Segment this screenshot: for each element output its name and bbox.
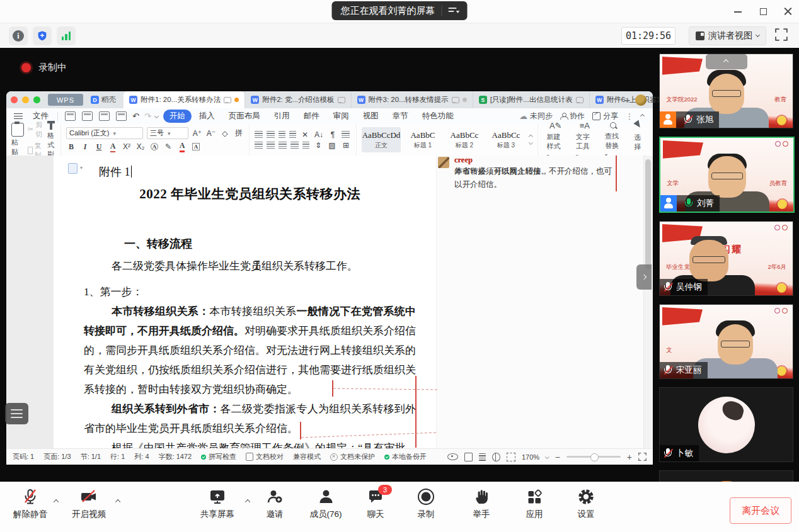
sort-icon[interactable]: A↓ <box>314 130 324 139</box>
shrink-font-icon[interactable]: A⁻ <box>206 129 216 138</box>
clear-format-icon[interactable]: ◇ <box>220 129 230 138</box>
distribute-icon[interactable] <box>302 142 309 149</box>
align-right-icon[interactable] <box>279 142 287 149</box>
participant-video-tile[interactable] <box>659 470 793 482</box>
new-style-button[interactable]: A✎ 新建样式 <box>543 121 568 159</box>
meeting-info-button[interactable]: i <box>9 26 28 45</box>
page-view-icon[interactable] <box>464 453 473 461</box>
save-icon[interactable] <box>65 111 76 121</box>
zoom-out-button[interactable]: − <box>555 454 560 460</box>
superscript-icon[interactable]: X² <box>122 142 132 151</box>
document-tab[interactable]: S [只读]附件...出信息统计表 <box>473 91 589 108</box>
chevron-down-icon[interactable] <box>154 114 159 118</box>
style-chip[interactable]: AaBbCc 标题 2 <box>445 127 484 152</box>
status-item[interactable]: 兼容模式 <box>293 452 321 461</box>
bold-icon[interactable]: B <box>66 142 76 152</box>
annotation-panel-toggle[interactable] <box>5 403 28 424</box>
maximize-button[interactable] <box>759 7 767 16</box>
banner-menu-icon[interactable] <box>449 6 461 16</box>
document-scrollbar[interactable] <box>643 156 653 448</box>
unmute-button[interactable]: 解除静音 <box>13 487 47 520</box>
document-paragraph[interactable]: 根据《中国共产党党员教育管理工作条例》的规定：“具有审批 <box>84 438 416 448</box>
menu-item[interactable]: 页面布局 <box>222 110 267 123</box>
borders-icon[interactable]: ⊞ <box>341 141 351 150</box>
network-quality-button[interactable] <box>57 26 76 45</box>
share-screen-button[interactable]: 共享屏幕 <box>200 487 234 520</box>
wps-home-button[interactable]: WPS <box>48 94 83 106</box>
columns-icon[interactable] <box>342 131 350 138</box>
leave-meeting-button[interactable]: 离开会议 <box>730 497 791 524</box>
zoom-slider[interactable] <box>566 456 621 458</box>
highlight-icon[interactable]: ✎ <box>163 142 173 151</box>
traffic-minimize-icon[interactable] <box>22 96 29 103</box>
format-painter-button[interactable]: 格式刷 <box>47 121 55 159</box>
minimize-button[interactable] <box>733 7 742 16</box>
zoom-in-button[interactable]: + <box>627 454 632 460</box>
style-chip[interactable]: AaBbC 标题 1 <box>403 127 442 152</box>
grow-font-icon[interactable]: A⁺ <box>192 129 202 138</box>
document-paragraph[interactable]: 组织关系转到外省市：各二级党委指派专人为组织关系转移到外省市的毕业生党员开具纸质… <box>84 399 416 438</box>
traffic-close-icon[interactable] <box>11 96 18 103</box>
invite-button[interactable]: 邀请 <box>266 487 284 520</box>
styles-scroll-up-icon[interactable] <box>529 135 532 139</box>
status-item[interactable]: 页面: 1/3 <box>43 452 71 461</box>
chat-button[interactable]: 3 聊天 <box>367 487 384 520</box>
strike-icon[interactable]: A <box>108 142 118 152</box>
font-size-select[interactable]: 三号 <box>147 127 188 139</box>
zoom-dropdown-icon[interactable] <box>545 455 549 458</box>
font-name-select[interactable]: Calibri (正文) <box>66 127 143 139</box>
print-icon[interactable] <box>99 111 110 121</box>
participant-video-tile[interactable]: 党徽 文学院2022 教育 <box>659 54 793 128</box>
styles-scroll-down-icon[interactable] <box>529 140 532 144</box>
settings-button[interactable]: 设置 <box>577 487 595 520</box>
share-options-caret[interactable] <box>246 495 250 506</box>
document-tab[interactable]: W 附件1: 20...关系转移办法 <box>124 91 244 108</box>
status-item[interactable]: 字数: 1472 <box>159 452 192 461</box>
close-button[interactable] <box>784 7 793 16</box>
account-avatar[interactable] <box>635 94 647 106</box>
new-tab-button[interactable]: + <box>620 94 635 105</box>
participant-video-tile[interactable]: 徽闪耀 毕业生党员教育 2年6月 <box>659 221 793 296</box>
align-center-icon[interactable] <box>267 142 275 149</box>
status-item[interactable]: 本地备份开 <box>384 452 427 461</box>
status-item[interactable]: 行: 1 <box>110 452 125 461</box>
circle-char-icon[interactable]: A <box>149 143 159 150</box>
pinyin-guide-icon[interactable]: 拼 <box>234 128 244 139</box>
status-item[interactable]: 列: 4 <box>134 452 149 461</box>
menu-item[interactable]: 引用 <box>268 110 296 123</box>
fullscreen-button[interactable] <box>775 28 790 43</box>
scrollbar-thumb[interactable] <box>645 159 651 269</box>
menu-item[interactable]: 邮件 <box>297 110 326 123</box>
video-options-caret[interactable] <box>116 495 120 506</box>
eye-protect-icon[interactable] <box>447 453 458 460</box>
style-chip[interactable]: AaBbCc 标题 3 <box>486 127 526 152</box>
sync-status[interactable]: ☁ 未同步 <box>519 111 553 122</box>
fit-page-icon[interactable] <box>507 453 515 461</box>
paragraph-mark-icon[interactable]: ¶ <box>328 130 338 139</box>
paste-button[interactable]: 粘贴 <box>11 123 24 157</box>
filmstrip-scroll-up-button[interactable] <box>706 54 747 69</box>
participant-video-tile[interactable]: 耀 文学 员教育 <box>659 137 795 213</box>
document-paragraph[interactable]: 1、第一步： <box>84 282 416 302</box>
clear-marks-icon[interactable]: ✕ <box>300 130 310 139</box>
underline-icon[interactable]: U <box>94 142 104 152</box>
status-item[interactable]: 节: 1/1 <box>81 452 101 461</box>
menu-item[interactable]: 视图 <box>357 110 385 123</box>
collapse-ribbon-icon[interactable] <box>640 114 645 118</box>
apps-button[interactable]: 应用 <box>526 487 543 520</box>
web-view-icon[interactable] <box>492 453 500 461</box>
document-paragraph[interactable]: 各二级党委具体操作毕业生党员组织关系转移工作。 <box>84 256 416 276</box>
document-tab[interactable]: W 附件3: 20...转移友情提示 <box>351 91 473 108</box>
document-tab[interactable]: W 附件2: 党...介绍信模板 <box>244 91 350 108</box>
participant-video-tile[interactable]: 文 宋亚丽 <box>659 304 793 379</box>
status-item[interactable]: 文档校对 <box>246 452 284 461</box>
security-button[interactable] <box>33 26 52 45</box>
comment-card[interactable]: creep 外省市必须开纸质介绍信。 <box>438 156 617 178</box>
decrease-indent-icon[interactable] <box>279 131 285 138</box>
numbered-list-icon[interactable] <box>267 131 275 138</box>
zoom-slider-knob[interactable] <box>590 453 599 461</box>
participant-video-tile[interactable]: 卜敏 <box>659 387 793 462</box>
hamburger-icon[interactable] <box>14 113 23 120</box>
find-replace-button[interactable]: 查找替换 <box>601 122 626 158</box>
char-border-icon[interactable]: A <box>191 143 201 150</box>
